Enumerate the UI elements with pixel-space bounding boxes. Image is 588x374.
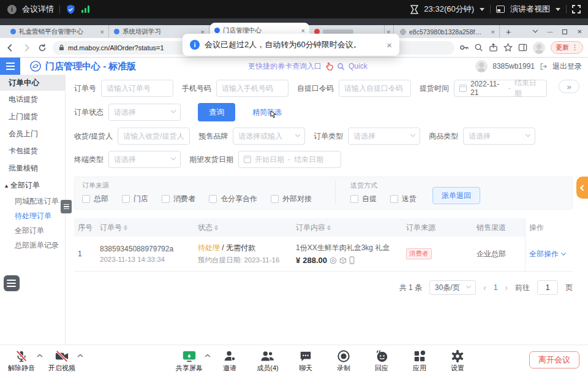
chat-button[interactable]: 聊天 [287, 345, 325, 374]
window-close-button[interactable]: × [577, 27, 582, 36]
pickup-start-date[interactable]: 2022-11-21 [470, 80, 505, 97]
checkbox-delivery[interactable]: 送货 [390, 194, 417, 204]
checkbox-store[interactable]: 门店 [122, 194, 148, 204]
all-actions-dropdown[interactable]: 全部操作 [529, 249, 559, 259]
goto-page-input[interactable] [537, 280, 558, 295]
sort-icon[interactable] [214, 225, 218, 231]
timer-caret-icon[interactable] [480, 8, 484, 11]
sidebar-item-member-visit[interactable]: 会员上门 [0, 125, 65, 142]
terminal-type-select[interactable]: 请选择 [108, 151, 181, 168]
tab-close-icon[interactable]: × [301, 27, 305, 34]
side-drawer-toggle[interactable] [576, 177, 588, 199]
browser-update-button[interactable]: 更新 ⋮ [551, 41, 583, 54]
meeting-details-label[interactable]: 会议详情 [22, 4, 54, 15]
checkbox-external[interactable]: 外部对接 [271, 194, 312, 204]
ship-date-range[interactable]: 开始日期 - 结束日期 [238, 151, 341, 168]
video-options-chevron[interactable] [77, 354, 83, 357]
checkbox-hq[interactable]: 总部 [82, 194, 108, 204]
user-avatar[interactable] [475, 60, 488, 72]
search-button[interactable]: 查询 [198, 103, 235, 121]
order-no-input[interactable] [101, 80, 173, 97]
goto-page-field[interactable] [540, 283, 555, 292]
browser-tab-1[interactable]: 礼盒营销平台管理中心 × [6, 25, 109, 38]
invite-button[interactable]: 邀请 [211, 345, 249, 374]
quick-search-icon[interactable] [337, 63, 345, 71]
sidebar-item-door-pickup[interactable]: 上门提货 [0, 108, 65, 125]
sidebar-drag-handle[interactable] [61, 200, 72, 213]
side-panel-icon[interactable] [518, 43, 527, 52]
next-page-button[interactable]: › [505, 283, 508, 292]
reaction-button[interactable]: 回应 [363, 345, 401, 374]
simple-filter-link[interactable]: 精简筛选 [252, 107, 282, 118]
sort-icon[interactable] [124, 225, 127, 231]
share-icon[interactable] [489, 43, 498, 52]
prev-page-button[interactable]: ‹ [483, 283, 486, 292]
checkbox-icon[interactable] [271, 195, 279, 203]
toast-close-icon[interactable]: × [386, 40, 392, 50]
mic-options-chevron[interactable] [37, 354, 43, 357]
quick-label[interactable]: Quick [349, 62, 368, 71]
sidebar-item-phone-pickup[interactable]: 电话提货 [0, 91, 65, 108]
filter-collapse-button[interactable]: » [559, 80, 579, 93]
window-minimize-button[interactable]: — [547, 29, 552, 35]
tab-search-icon[interactable] [533, 27, 538, 32]
floating-list-widget[interactable] [4, 275, 20, 291]
meeting-info-icon[interactable]: i [7, 5, 17, 14]
brand-select[interactable]: 请选择或输入 [233, 128, 305, 145]
sidebar-item-all-orders[interactable]: 全部订单 [0, 223, 65, 238]
checkbox-icon[interactable] [82, 195, 90, 203]
logout-label[interactable]: 退出登录 [552, 61, 582, 72]
row-action-cell[interactable]: 全部操作 [525, 237, 573, 271]
share-options-chevron[interactable] [205, 354, 211, 357]
sort-icon[interactable] [327, 225, 331, 231]
logout-icon[interactable] [540, 63, 548, 71]
password-key-icon[interactable] [459, 43, 469, 52]
tab-close-icon[interactable]: × [491, 28, 495, 36]
new-tab-button[interactable]: + [506, 27, 511, 37]
col-order-no[interactable]: 订单号 [96, 223, 194, 233]
sidebar-item-city-delivery-orders[interactable]: 同城配送订单 [0, 194, 65, 208]
sidebar-item-pending-orders[interactable]: 待处理订单 [0, 208, 65, 223]
settings-button[interactable]: 设置 [439, 345, 477, 374]
pickup-time-range[interactable]: 2022-11-21 - 结束日期 [454, 80, 547, 97]
checkbox-icon[interactable] [162, 195, 170, 203]
members-button[interactable]: 成员(4) [249, 345, 287, 374]
bookmark-star-icon[interactable] [503, 43, 513, 52]
col-content[interactable]: 订单内容 [292, 223, 402, 233]
sidebar-item-card-pickup[interactable]: 卡包提货 [0, 142, 65, 159]
apps-button[interactable]: 应用 [401, 345, 439, 374]
pickup-code-input[interactable] [339, 80, 411, 97]
sidebar-toggle-button[interactable] [0, 58, 20, 75]
share-screen-button[interactable]: 共享屏幕 [170, 345, 208, 374]
reload-icon[interactable] [37, 42, 48, 53]
browser-tab-6[interactable]: e8c573980b1328a258fd2e6 × [396, 25, 500, 38]
window-maximize-button[interactable] [562, 29, 567, 34]
phone-input[interactable] [216, 80, 288, 97]
checkbox-self-pickup[interactable]: 自提 [350, 194, 377, 204]
unmute-button[interactable]: 解除静音 [2, 345, 40, 374]
view-mode-label[interactable]: 演讲者视图 [510, 4, 550, 15]
record-button[interactable]: 录制 [325, 345, 363, 374]
tab-close-icon[interactable]: × [100, 28, 104, 36]
view-caret-icon[interactable] [556, 8, 560, 11]
back-icon[interactable] [5, 42, 16, 53]
sidebar-item-hq-dispatch-records[interactable]: 总部派单记录 [0, 238, 65, 253]
browser-menu-icon[interactable]: ⋮ [571, 44, 578, 52]
pickup-end-date[interactable]: 结束日期 [514, 78, 541, 99]
goods-type-select[interactable]: 请选择 [463, 128, 535, 145]
order-no-field[interactable] [107, 84, 168, 93]
promo-link[interactable]: 更快捷的券卡查询入口 [248, 61, 322, 72]
start-video-button[interactable]: 开启视频 [43, 345, 81, 374]
dispatch-return-button[interactable]: 派单退回 [432, 187, 480, 204]
checkbox-icon[interactable] [350, 195, 358, 203]
checkbox-icon[interactable] [122, 195, 130, 203]
col-status[interactable]: 状态 [194, 223, 292, 233]
receiver-input[interactable] [118, 128, 190, 145]
phone-field[interactable] [222, 84, 283, 93]
page-size-select[interactable]: 30条/页 [429, 280, 476, 295]
current-page[interactable]: 1 [494, 283, 498, 292]
leave-meeting-button[interactable]: 离开会议 [529, 351, 579, 368]
zoom-icon[interactable] [474, 43, 483, 52]
forward-icon[interactable] [21, 42, 32, 53]
ship-end-date[interactable]: 结束日期 [294, 155, 323, 165]
